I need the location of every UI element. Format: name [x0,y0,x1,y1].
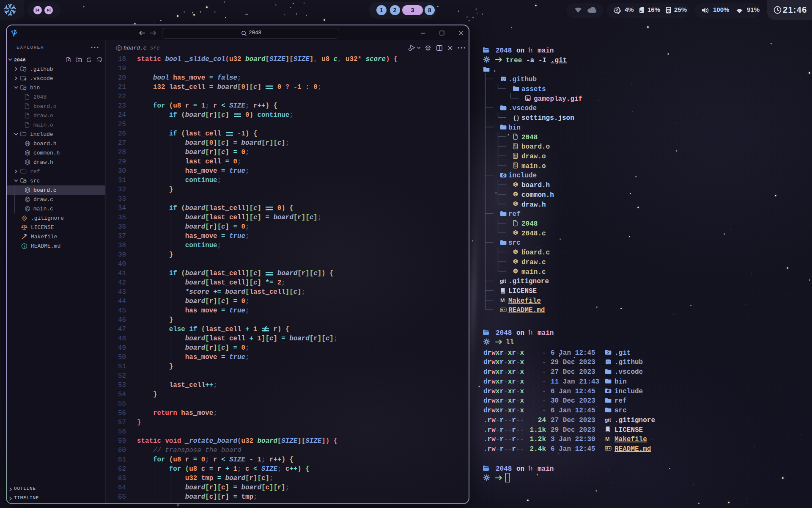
svg-text:M: M [605,436,609,442]
svg-text:29 Dec 2023: 29 Dec 2023 [551,359,595,366]
svg-text:1.1k: 1.1k [530,426,546,434]
svg-text:drwxr-xr-x: drwxr-xr-x [483,368,524,376]
svg-text:6 Jan 12:45: 6 Jan 12:45 [551,445,595,453]
svg-text:drwxr-xr-x: drwxr-xr-x [483,378,524,386]
svg-text:.gitignore: .gitignore [508,278,549,285]
svg-text:1.2k: 1.2k [530,436,546,443]
svg-text:README.md: README.md [508,306,545,314]
svg-text:ll: ll [506,339,514,346]
svg-text:drwxr-xr-x: drwxr-xr-x [483,359,524,366]
svg-text:src: src [614,407,627,414]
svg-text:draw.h: draw.h [521,201,546,209]
svg-text:-: - [542,349,546,357]
svg-text:draw.o: draw.o [521,153,546,160]
svg-text:2048: 2048 [521,220,538,228]
svg-text:C: C [514,183,516,187]
svg-text:ref: ref [508,210,521,218]
svg-text:tree-a-I.git: tree-a-I.git [506,57,567,64]
svg-text:drwxr-xr-x: drwxr-xr-x [483,349,524,357]
svg-text:10: 10 [514,156,517,159]
svg-text:C: C [514,269,516,273]
svg-text:draw.c: draw.c [521,259,546,266]
svg-text:drwxr-xr-x: drwxr-xr-x [483,397,524,405]
svg-text:board.h: board.h [521,182,550,189]
svg-text:ref: ref [614,397,627,405]
svg-text:10: 10 [514,146,517,149]
svg-text:LICENSE: LICENSE [508,287,537,295]
svg-text:C: C [514,250,516,254]
svg-text:bin: bin [614,378,627,386]
svg-text:.github: .github [508,76,537,83]
svg-text:6 Jan 12:45: 6 Jan 12:45 [551,388,595,395]
svg-text:git: git [605,417,611,423]
svg-text:24: 24 [538,417,546,424]
svg-text:board.o: board.o [521,143,550,151]
svg-text:2.4k: 2.4k [530,445,546,453]
svg-text:-: - [542,388,546,395]
svg-text:-: - [542,378,546,386]
svg-text:.rw-r--r--: .rw-r--r-- [483,445,524,453]
svg-text:-: - [542,359,546,366]
svg-text:common.h: common.h [521,191,554,199]
svg-text:C: C [514,193,516,197]
svg-text:C: C [514,260,516,264]
svg-text:include: include [614,388,643,395]
svg-text:-: - [542,407,546,414]
svg-text:drwxr-xr-x: drwxr-xr-x [483,407,524,414]
svg-text:Makefile: Makefile [614,436,647,443]
svg-text:C: C [514,202,516,206]
svg-text:2048onmain: 2048onmain [496,329,554,337]
svg-text:.rw-r--r--: .rw-r--r-- [483,436,524,443]
svg-text:main.c: main.c [521,268,546,276]
svg-text:.vscode: .vscode [614,368,643,376]
svg-text:30 Dec 2023: 30 Dec 2023 [551,397,595,405]
svg-text:.gitignore: .gitignore [614,417,655,424]
svg-text:include: include [508,172,537,179]
svg-text:6 Jan 12:45: 6 Jan 12:45 [551,407,595,414]
svg-text:git: git [500,278,506,284]
svg-text:drwxr-xr-x: drwxr-xr-x [483,388,524,395]
svg-text:2048onmain: 2048onmain [496,47,554,55]
svg-text:.rw-r--r--: .rw-r--r-- [483,426,524,434]
svg-text:settings.json: settings.json [521,114,574,122]
svg-text:bin: bin [508,124,521,132]
svg-text:.github: .github [614,359,643,366]
svg-text:main.o: main.o [521,163,546,170]
svg-text:-: - [542,397,546,405]
svg-text:27 Dec 2023: 27 Dec 2023 [551,368,595,376]
svg-text:src: src [508,239,521,247]
svg-text:11 Jan 21:43: 11 Jan 21:43 [551,378,599,386]
svg-text:.vscode: .vscode [508,105,537,112]
svg-text:assets: assets [521,86,546,93]
svg-text:10: 10 [514,166,517,168]
svg-text:Makefile: Makefile [508,297,541,305]
svg-text:gameplay.gif: gameplay.gif [534,95,582,103]
svg-text:2048.c: 2048.c [521,230,546,237]
svg-text:29 Dec 2023: 29 Dec 2023 [551,426,595,434]
svg-text:{}: {} [513,115,520,121]
svg-text:.rw-r--r--: .rw-r--r-- [483,417,524,424]
svg-text:2048: 2048 [521,134,538,141]
svg-text:board.c: board.c [521,249,550,257]
svg-text:-: - [542,368,546,376]
svg-text:3 Jan 22:30: 3 Jan 22:30 [551,436,595,443]
svg-text:27 Dec 2023: 27 Dec 2023 [551,417,595,424]
svg-text:LICENSE: LICENSE [614,426,643,434]
svg-text:M: M [500,298,505,304]
svg-text:.: . [493,66,497,74]
svg-text:.git: .git [614,349,631,357]
svg-text:README.md: README.md [614,445,651,453]
svg-text:2048onmain: 2048onmain [496,465,554,473]
svg-text:6 Jan 12:45: 6 Jan 12:45 [551,349,595,357]
svg-text:C: C [514,231,516,235]
